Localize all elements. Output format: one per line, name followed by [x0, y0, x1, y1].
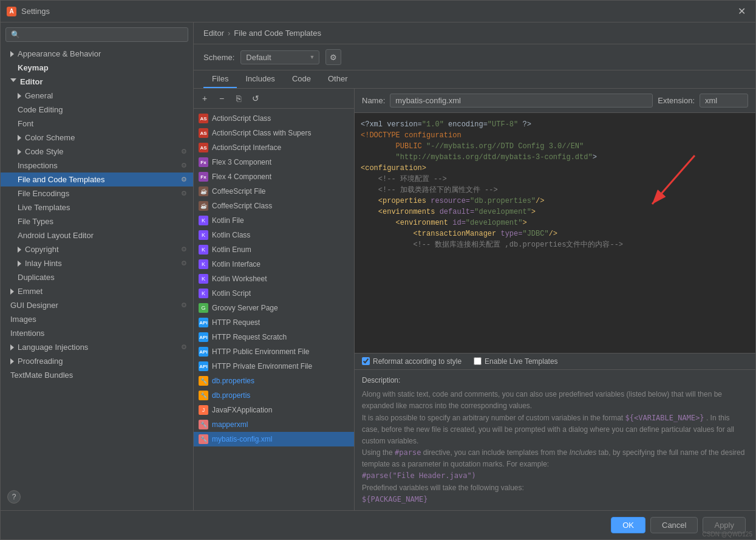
list-item[interactable]: API HTTP Private Environment File [194, 359, 354, 374]
list-item[interactable]: API HTTP Public Environment File [194, 344, 354, 359]
sidebar-item-font[interactable]: Font [1, 117, 193, 131]
live-templates-checkbox[interactable] [474, 357, 482, 365]
item-label: Kotlin Worksheet [212, 275, 267, 283]
list-item[interactable]: K Kotlin Enum [194, 242, 354, 257]
list-item[interactable]: J JavaFXApplication [194, 403, 354, 417]
sidebar-item-code-editing[interactable]: Code Editing [1, 103, 193, 117]
expand-icon [18, 93, 21, 99]
desc-var-format: ${<VARIABLE_NAME>} [625, 414, 704, 422]
close-button[interactable]: ✕ [734, 4, 749, 18]
list-item-mybatis-config[interactable]: 🔧 mybatis-config.xml [194, 432, 354, 446]
live-templates-checkbox-label[interactable]: Enable Live Templates [474, 357, 558, 366]
name-input[interactable] [390, 94, 653, 108]
list-item[interactable]: K Kotlin Script [194, 286, 354, 301]
scheme-select[interactable]: Default Project [240, 50, 319, 64]
list-item[interactable]: K Kotlin Worksheet [194, 272, 354, 286]
sidebar-item-inspections[interactable]: Inspections ⚙ [1, 159, 193, 173]
sidebar-item-textmate[interactable]: TextMate Bundles [1, 368, 193, 382]
code-line: <configuration> [361, 163, 749, 174]
sidebar-item-intentions[interactable]: Intentions [1, 326, 193, 340]
list-item[interactable]: ☕ CoffeeScript File [194, 184, 354, 199]
file-icon: AS [199, 114, 208, 123]
tab-includes[interactable]: Includes [237, 70, 283, 88]
sidebar-item-color-scheme[interactable]: Color Scheme [1, 131, 193, 145]
template-toolbar: + − ⎘ ↺ [194, 89, 354, 109]
item-label: Flex 4 Component [212, 173, 271, 181]
sidebar-item-keymap[interactable]: Keymap [1, 61, 193, 75]
revert-template-button[interactable]: ↺ [248, 91, 263, 106]
sidebar-item-emmet[interactable]: Emmet [1, 284, 193, 298]
watermark: CSDN @QWD125 [703, 531, 752, 538]
sidebar-item-code-style[interactable]: Code Style ⚙ [1, 145, 193, 159]
file-icon: AS [199, 128, 208, 138]
name-label: Name: [362, 96, 385, 105]
list-item[interactable]: API HTTP Request [194, 315, 354, 330]
tabs-row: Files Includes Code Other [194, 70, 755, 89]
help-button[interactable]: ? [7, 490, 21, 504]
sidebar-item-proofreading[interactable]: Proofreading [1, 354, 193, 368]
sidebar-label: Color Scheme [25, 133, 75, 142]
list-item[interactable]: K Kotlin Class [194, 228, 354, 242]
list-item[interactable]: 🔧 db.properties [194, 374, 354, 388]
item-label: HTTP Request [212, 318, 260, 327]
sidebar-item-general[interactable]: General [1, 89, 193, 103]
list-item[interactable]: AS ActionScript Interface [194, 140, 354, 155]
sidebar-item-file-encodings[interactable]: File Encodings ⚙ [1, 186, 193, 200]
sidebar-item-gui-designer[interactable]: GUI Designer ⚙ [1, 298, 193, 312]
sidebar-label: Inspections [18, 161, 58, 170]
scheme-settings-button[interactable]: ⚙ [325, 49, 341, 65]
ok-button[interactable]: OK [611, 517, 645, 533]
item-label: mybatis-config.xml [212, 435, 272, 443]
sidebar-item-images[interactable]: Images [1, 312, 193, 326]
desc-parse-directive: #parse [395, 448, 421, 457]
list-item[interactable]: 🔧 db.propertis [194, 388, 354, 403]
copy-template-button[interactable]: ⎘ [231, 91, 246, 106]
sidebar-item-file-code-templates[interactable]: File and Code Templates ⚙ [1, 173, 193, 186]
code-editor[interactable]: <?xml version="1.0" encoding="UTF-8" ?> … [355, 113, 755, 353]
list-item[interactable]: Fx Flex 3 Component [194, 155, 354, 169]
reformat-checkbox-label[interactable]: Reformat according to style [362, 357, 461, 366]
description-body: Along with static text, code and comment… [362, 389, 748, 505]
list-item[interactable]: ☕ CoffeeScript Class [194, 199, 354, 213]
description-title: Description: [362, 375, 748, 386]
tab-code[interactable]: Code [284, 70, 319, 88]
file-icon: API [199, 332, 208, 342]
list-item[interactable]: AS ActionScript Class [194, 111, 354, 126]
reformat-checkbox[interactable] [362, 357, 370, 365]
search-input[interactable] [5, 27, 188, 42]
sidebar-item-inlay-hints[interactable]: Inlay Hints ⚙ [1, 256, 193, 270]
list-item[interactable]: 🔧 mapperxml [194, 417, 354, 432]
code-line: <!DOCTYPE configuration [361, 130, 749, 141]
sidebar: Appearance & Behavior Keymap Editor Gene… [1, 22, 194, 510]
file-icon: G [199, 303, 208, 313]
list-item[interactable]: K Kotlin Interface [194, 257, 354, 272]
item-label: Kotlin Enum [212, 245, 251, 254]
sidebar-label: Code Editing [18, 105, 63, 114]
sidebar-item-copyright[interactable]: Copyright ⚙ [1, 242, 193, 256]
sidebar-item-file-types[interactable]: File Types [1, 214, 193, 228]
sidebar-item-live-templates[interactable]: Live Templates [1, 200, 193, 214]
tab-other[interactable]: Other [319, 70, 356, 88]
item-label: ActionScript Interface [212, 143, 281, 152]
list-item[interactable]: Fx Flex 4 Component [194, 169, 354, 184]
sidebar-item-duplicates[interactable]: Duplicates [1, 270, 193, 284]
file-icon: K [199, 216, 208, 225]
cancel-button[interactable]: Cancel [650, 517, 698, 533]
remove-template-button[interactable]: − [214, 91, 229, 106]
desc-text-8: ${PACKAGE_NAME} [362, 495, 427, 504]
sidebar-item-language-injections[interactable]: Language Injections ⚙ [1, 340, 193, 354]
list-item[interactable]: G Groovy Server Page [194, 301, 354, 315]
code-line: <environment id="development"> [361, 217, 749, 228]
sidebar-item-android-layout[interactable]: Android Layout Editor [1, 228, 193, 242]
sidebar-item-appearance[interactable]: Appearance & Behavior [1, 47, 193, 61]
extension-input[interactable] [700, 94, 748, 108]
file-icon: API [199, 361, 208, 371]
tab-files[interactable]: Files [203, 70, 237, 88]
add-template-button[interactable]: + [197, 91, 212, 106]
list-item[interactable]: API HTTP Request Scratch [194, 330, 354, 344]
list-item[interactable]: K Kotlin File [194, 213, 354, 228]
sidebar-label: Font [18, 119, 33, 128]
list-item[interactable]: AS ActionScript Class with Supers [194, 126, 354, 140]
file-icon: ☕ [199, 186, 208, 196]
sidebar-item-editor[interactable]: Editor [1, 75, 193, 89]
